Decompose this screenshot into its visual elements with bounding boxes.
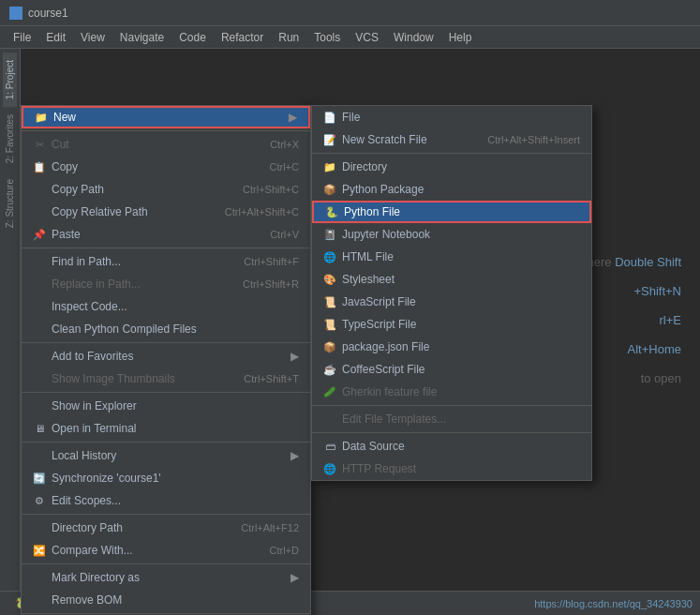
title-bar: course1 <box>0 0 700 26</box>
hint-3: rl+E <box>588 313 681 327</box>
paste-icon: 📌 <box>33 228 46 241</box>
file-icon: 📄 <box>323 111 336 124</box>
compare-icon: 🔀 <box>33 544 46 557</box>
python-file-icon: 🐍 <box>325 205 338 218</box>
side-tab-structure[interactable]: Z: Structure <box>3 172 17 235</box>
ctx-new-scratch[interactable]: 📝 New Scratch File Ctrl+Alt+Shift+Insert <box>312 128 591 151</box>
title-text: course1 <box>28 7 68 20</box>
favorites-icon <box>33 350 46 363</box>
ctx-python-file[interactable]: 🐍 Python File <box>312 201 591 223</box>
menu-file[interactable]: File <box>6 29 38 46</box>
jupyter-icon: 📓 <box>323 228 336 241</box>
inspect-icon <box>33 300 46 313</box>
ctx-copy[interactable]: 📋 Copy Ctrl+C <box>22 156 310 178</box>
ctx-data-source[interactable]: 🗃 Data Source <box>312 435 591 458</box>
ctx-open-terminal[interactable]: 🖥 Open in Terminal <box>22 417 310 440</box>
explorer-icon <box>33 399 46 412</box>
hint-1: here Double Shift <box>588 255 681 269</box>
remove-bom-icon <box>33 593 46 607</box>
ctx-local-history[interactable]: Local History ▶ <box>22 444 310 467</box>
datasource-icon: 🗃 <box>323 440 336 453</box>
app-icon <box>9 7 22 20</box>
separator <box>22 442 310 442</box>
ctx-find-path[interactable]: Find in Path... Ctrl+Shift+F <box>22 250 310 273</box>
submenu-arrow: ▶ <box>290 449 299 462</box>
copy-relative-icon <box>33 205 46 218</box>
scopes-icon: ⚙ <box>33 494 46 507</box>
menu-refactor[interactable]: Refactor <box>214 29 271 46</box>
ctx-new[interactable]: 📁 New ▶ <box>22 106 310 128</box>
menu-tools[interactable]: Tools <box>306 29 348 46</box>
ctx-copy-path[interactable]: Copy Path Ctrl+Shift+C <box>22 178 310 201</box>
side-tab-favorites[interactable]: 2: Favorites <box>3 107 17 171</box>
ctx-directory-path[interactable]: Directory Path Ctrl+Alt+F12 <box>22 517 310 539</box>
packagejson-icon: 📦 <box>323 340 336 353</box>
separator <box>22 563 310 564</box>
ctx-http-request: 🌐 HTTP Request <box>312 458 591 480</box>
copy-icon: 📋 <box>33 160 46 173</box>
directory-icon: 📁 <box>323 160 336 173</box>
ctx-directory[interactable]: 📁 Directory <box>312 156 591 178</box>
new-icon: 📁 <box>35 111 48 124</box>
ctx-paste[interactable]: 📌 Paste Ctrl+V <box>22 223 310 246</box>
hint-4: Alt+Home <box>588 342 681 356</box>
terminal-icon: 🖥 <box>33 422 46 435</box>
context-menu-right: 📄 File 📝 New Scratch File Ctrl+Alt+Shift… <box>311 105 592 481</box>
clean-icon <box>33 322 46 336</box>
menu-bar: File Edit View Navigate Code Refactor Ru… <box>0 26 700 49</box>
main-layout: 1: Project 2: Favorites Z: Structure 📁 N… <box>0 49 700 591</box>
scratch-icon: 📝 <box>323 133 336 146</box>
ts-icon: 📜 <box>323 318 336 331</box>
thumbnails-icon <box>33 372 46 385</box>
stylesheet-icon: 🎨 <box>323 273 336 286</box>
side-tab-project[interactable]: 1: Project <box>3 52 17 107</box>
submenu-arrow: ▶ <box>290 350 299 363</box>
replace-icon <box>33 278 46 291</box>
submenu-arrow: ▶ <box>289 111 297 124</box>
ctx-coffeescript[interactable]: ☕ CoffeeScript File <box>312 358 591 381</box>
templates-icon <box>323 412 336 426</box>
separator <box>22 392 310 393</box>
ctx-stylesheet[interactable]: 🎨 Stylesheet <box>312 268 591 291</box>
ctx-inspect[interactable]: Inspect Code... <box>22 295 310 318</box>
ctx-python-package[interactable]: 📦 Python Package <box>312 178 591 201</box>
submenu-arrow: ▶ <box>290 571 299 584</box>
menu-help[interactable]: Help <box>441 29 480 46</box>
ctx-thumbnails: Show Image Thumbnails Ctrl+Shift+T <box>22 368 310 390</box>
ctx-typescript[interactable]: 📜 TypeScript File <box>312 313 591 336</box>
ctx-compare[interactable]: 🔀 Compare With... Ctrl+D <box>22 539 310 562</box>
ctx-clean-python[interactable]: Clean Python Compiled Files <box>22 318 310 340</box>
ctx-copy-relative[interactable]: Copy Relative Path Ctrl+Alt+Shift+C <box>22 201 310 223</box>
ctx-jupyter[interactable]: 📓 Jupyter Notebook <box>312 223 591 246</box>
sync-icon: 🔄 <box>33 472 46 485</box>
menu-code[interactable]: Code <box>171 29 214 46</box>
ctx-synchronize[interactable]: 🔄 Synchronize 'course1' <box>22 467 310 489</box>
find-icon <box>33 255 46 268</box>
mark-dir-icon <box>33 571 46 584</box>
ctx-cut: ✂ Cut Ctrl+X <box>22 133 310 156</box>
menu-window[interactable]: Window <box>386 29 441 46</box>
gherkin-icon: 🥒 <box>323 385 336 398</box>
ctx-remove-bom[interactable]: Remove BOM <box>22 589 310 611</box>
menu-vcs[interactable]: VCS <box>348 29 386 46</box>
menu-edit[interactable]: Edit <box>38 29 73 46</box>
status-url: https://blog.csdn.net/qq_34243930 <box>534 598 693 609</box>
separator <box>22 342 310 343</box>
js-icon: 📜 <box>323 295 336 308</box>
http-icon: 🌐 <box>323 462 336 475</box>
menu-navigate[interactable]: Navigate <box>112 29 171 46</box>
ctx-javascript[interactable]: 📜 JavaScript File <box>312 291 591 313</box>
ctx-show-explorer[interactable]: Show in Explorer <box>22 395 310 417</box>
ctx-html[interactable]: 🌐 HTML File <box>312 246 591 268</box>
menu-view[interactable]: View <box>73 29 112 46</box>
separator <box>22 613 310 614</box>
side-tabs: 1: Project 2: Favorites Z: Structure <box>0 49 21 591</box>
menu-run[interactable]: Run <box>271 29 306 46</box>
ctx-edit-scopes[interactable]: ⚙ Edit Scopes... <box>22 489 310 512</box>
ctx-favorites[interactable]: Add to Favorites ▶ <box>22 345 310 368</box>
ctx-gherkin: 🥒 Gherkin feature file <box>312 381 591 403</box>
ctx-mark-directory[interactable]: Mark Directory as ▶ <box>22 566 310 589</box>
separator <box>312 153 591 154</box>
ctx-packagejson[interactable]: 📦 package.json File <box>312 336 591 358</box>
ctx-file[interactable]: 📄 File <box>312 106 591 128</box>
